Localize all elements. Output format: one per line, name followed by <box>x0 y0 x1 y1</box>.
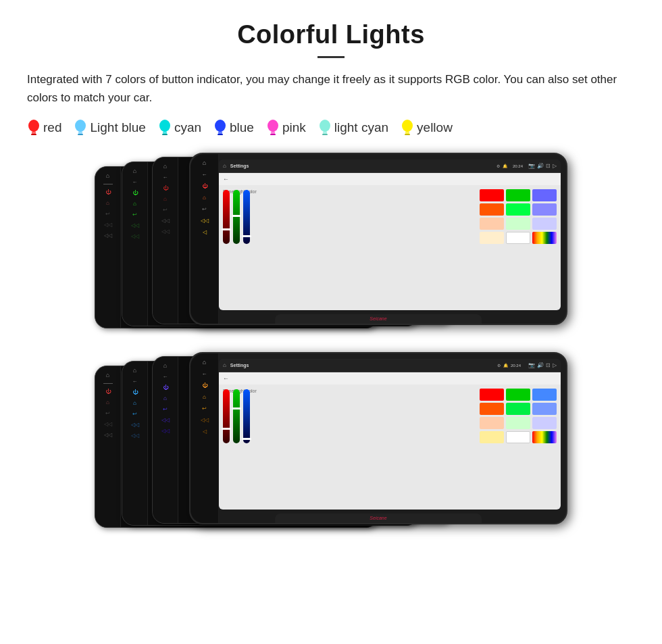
color-item-pink: pink <box>266 119 306 137</box>
svg-point-3 <box>75 120 86 132</box>
color-label-blue: blue <box>230 120 254 135</box>
svg-rect-11 <box>218 134 223 135</box>
bulb-icon-pink <box>266 119 280 137</box>
color-label-cyan: cyan <box>174 120 201 135</box>
svg-rect-8 <box>162 134 168 135</box>
svg-rect-20 <box>405 134 410 135</box>
bulb-icon-red <box>27 119 41 137</box>
main-device-top: ⌂ ← ⏻ ⌂ ↩ ◁◁ ◁ ⌂ Settings ⚙ 🔔 <box>189 153 567 325</box>
color-item-blue: blue <box>213 119 254 137</box>
color-label-red: red <box>43 120 61 135</box>
main-device-bottom: ⌂ ← ⏻ ⌂ ↩ ◁◁ ◁ ⌂ Settings ⚙ 🔔 <box>189 352 567 524</box>
color-item-cyan: cyan <box>158 119 201 137</box>
svg-rect-14 <box>270 134 276 135</box>
svg-rect-17 <box>322 134 328 135</box>
svg-point-12 <box>268 120 278 132</box>
color-list: red Light blue cyan <box>27 119 635 137</box>
svg-point-6 <box>159 120 170 132</box>
color-label-pink: pink <box>282 120 306 135</box>
seicane-brand-top: Seicane <box>275 314 482 324</box>
svg-point-0 <box>28 120 39 132</box>
color-item-lightcyan: light cyan <box>318 119 388 137</box>
title-divider <box>317 56 345 58</box>
bulb-icon-lightcyan <box>318 119 332 137</box>
color-item-lightblue: Light blue <box>74 119 145 137</box>
color-item-yellow: yellow <box>401 119 453 137</box>
color-label-lightcyan: light cyan <box>334 120 388 135</box>
top-device-group: ⌂ ⏻ ⌂ ↩ ◁◁ ◁◁ Seicane ⌂ ← ⏻ ⌂ <box>27 153 635 342</box>
page-container: Colorful Lights Integrated with 7 colors… <box>0 0 662 572</box>
page-title: Colorful Lights <box>27 20 635 49</box>
svg-point-9 <box>215 120 226 132</box>
svg-point-18 <box>402 120 413 132</box>
bulb-icon-cyan <box>158 119 172 137</box>
description-text: Integrated with 7 colors of button indic… <box>27 70 635 107</box>
seicane-brand-bottom: Seicane <box>275 514 482 523</box>
bulb-icon-blue <box>213 119 227 137</box>
color-label-lightblue: Light blue <box>90 120 145 135</box>
bottom-device-group: ⌂ ⏻ ⌂ ↩ ◁◁ ◁◁ ⌂ ← ⏻ ⌂ ↩ ◁◁ <box>27 352 635 541</box>
color-item-red: red <box>27 119 61 137</box>
svg-rect-2 <box>31 134 36 135</box>
bulb-icon-lightblue <box>74 119 87 137</box>
bulb-icon-yellow <box>401 119 414 137</box>
color-label-yellow: yellow <box>417 120 453 135</box>
svg-point-15 <box>320 120 330 132</box>
svg-rect-5 <box>78 134 83 135</box>
